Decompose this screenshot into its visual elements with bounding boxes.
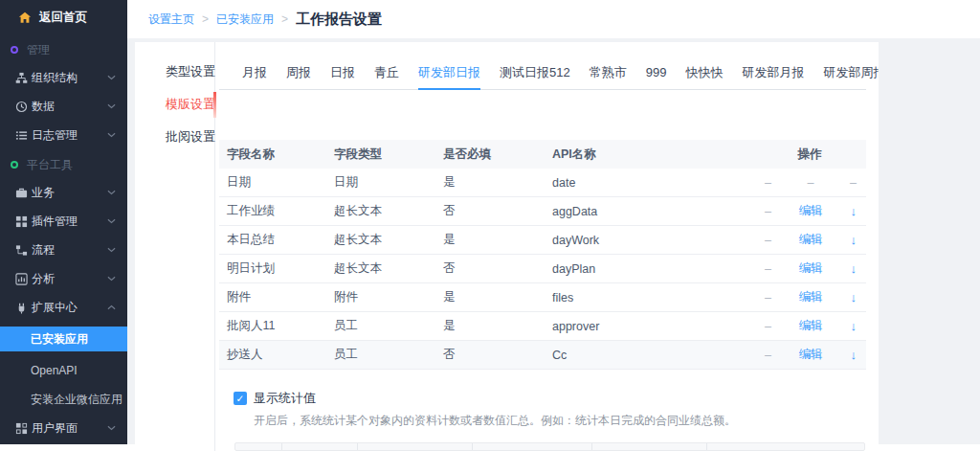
tab-kuaikuaikuai[interactable]: 快快快 (685, 57, 723, 90)
tab-monthly-report[interactable]: 月报 (242, 57, 267, 90)
cell-actions: – 编辑 ↓ (753, 232, 866, 248)
table-row: 抄送人 员工 否 Cc – 编辑 ↓ (219, 341, 866, 370)
move-down-icon[interactable]: ↓ (850, 290, 857, 304)
sidebar-home-label: 返回首页 (39, 10, 87, 26)
cell-field-name: 明日计划 (219, 260, 334, 277)
edit-button[interactable]: 编辑 (799, 318, 823, 334)
cell-field-type: 员工 (334, 318, 443, 334)
topbar: 设置主页 > 已安装应用 > 工作报告设置 (127, 0, 980, 38)
sidebar-item-label: 用户界面 (32, 420, 78, 437)
sidebar-item-org-structure[interactable]: 组织结构 (0, 63, 127, 92)
cell-field-name: 附件 (219, 289, 334, 305)
edit-button[interactable]: 编辑 (799, 232, 823, 248)
tab-rnd-daily-report[interactable]: 研发部日报 (418, 57, 480, 90)
table-row: 批阅人11 员工 是 approver – 编辑 ↓ (219, 312, 866, 341)
sidebar-subitem-openapi[interactable]: OpenAPI (0, 356, 127, 385)
sidebar-subitem-installed-apps[interactable]: 已安装应用 (0, 327, 127, 351)
sidebar-item-process[interactable]: 流程 (0, 236, 127, 264)
analysis-chart-icon (14, 272, 28, 285)
fields-table: 字段名称 字段类型 是否必填 API名称 操作 日期 日期 是 date – –… (219, 140, 866, 370)
breadcrumb-link-installed-apps[interactable]: 已安装应用 (216, 11, 274, 28)
edit-button[interactable]: 编辑 (799, 289, 823, 305)
cell-required: 否 (443, 260, 552, 277)
move-down-icon[interactable]: ↓ (850, 348, 857, 362)
menu-item-review-settings[interactable]: 批阅设置 (135, 121, 214, 153)
edit-button[interactable]: 编辑 (799, 260, 823, 277)
action-dash: – (765, 262, 771, 276)
action-dash: – (765, 349, 771, 362)
cell-actions: – 编辑 ↓ (753, 260, 866, 277)
statistics-section: ✓ 显示统计值 开启后，系统统计某个对象内的资料计数或者数值汇总。例如：统计本日… (219, 390, 866, 429)
template-settings-panel: 月报 周报 日报 青丘 研发部日报 测试日报512 常熟市 999 快快快 研发… (215, 42, 879, 451)
table-row: 明日计划 超长文本 否 dayPlan – 编辑 ↓ (219, 255, 866, 283)
sidebar-item-home[interactable]: 返回首页 (0, 0, 127, 34)
sidebar-item-log-management[interactable]: 日志管理 (0, 121, 127, 149)
cell-actions: – 编辑 ↓ (753, 289, 866, 305)
ring-green-icon (11, 161, 18, 169)
log-list-icon (14, 128, 28, 142)
cell-actions: – 编辑 ↓ (753, 318, 866, 334)
action-dash: – (765, 320, 771, 333)
move-down-icon[interactable]: ↓ (850, 233, 857, 247)
sidebar-item-label: 分析 (32, 271, 55, 287)
tab-test-daily-512[interactable]: 测试日报512 (500, 57, 570, 90)
sidebar-item-label: 扩展中心 (32, 300, 78, 316)
sidebar-item-analysis[interactable]: 分析 (0, 264, 127, 293)
chevron-down-icon (107, 247, 116, 253)
sidebar-group-admin: 管理 (0, 36, 127, 63)
tab-rnd-monthly-report[interactable]: 研发部月报 (742, 57, 804, 90)
edit-button[interactable]: 编辑 (799, 347, 823, 363)
table-row: 工作业绩 超长文本 否 aggData – 编辑 ↓ (219, 197, 866, 226)
edit-button[interactable]: 编辑 (799, 203, 823, 219)
sidebar: 返回首页 管理 组织结构 数据 日志管理 (0, 0, 127, 444)
move-down-icon[interactable]: ↓ (850, 261, 857, 276)
sidebar-item-plugin-management[interactable]: 插件管理 (0, 207, 127, 236)
move-down-icon[interactable]: ↓ (850, 204, 857, 218)
show-statistics-checkbox[interactable]: ✓ (234, 392, 247, 405)
cell-api-name: aggData (552, 205, 753, 218)
tab-weekly-report[interactable]: 周报 (286, 57, 311, 90)
data-clock-icon (14, 100, 28, 113)
settings-card: 类型设置 模版设置 批阅设置 月报 周报 日报 青丘 研发部日报 测试日报512… (135, 42, 879, 451)
breadcrumb-link-settings-home[interactable]: 设置主页 (148, 11, 194, 28)
tab-999[interactable]: 999 (646, 57, 667, 90)
cell-field-name: 本日总结 (219, 232, 334, 248)
cell-field-name: 工作业绩 (219, 203, 334, 219)
sidebar-item-business[interactable]: 业务 (0, 178, 127, 207)
chevron-down-icon (107, 103, 116, 109)
tab-rnd-weekly-report[interactable]: 研发部周报 (823, 57, 879, 90)
cell-field-type: 附件 (334, 289, 443, 305)
sidebar-item-data[interactable]: 数据 (0, 92, 127, 121)
table-header: 字段名称 字段类型 是否必填 API名称 操作 (219, 140, 866, 169)
sidebar-item-user-interface[interactable]: 用户界面 (0, 414, 127, 442)
sidebar-item-label: 业务 (32, 185, 55, 201)
table-row: 日期 日期 是 date – – – (219, 169, 866, 197)
chevron-up-icon (107, 304, 116, 310)
move-down-icon[interactable]: ↓ (850, 319, 857, 333)
sidebar-item-extension-center[interactable]: 扩展中心 (0, 293, 127, 322)
menu-item-template-settings[interactable]: 模版设置 (135, 88, 214, 121)
col-header-actions: 操作 (753, 147, 866, 163)
home-icon (18, 11, 32, 24)
col-header-field-name: 字段名称 (219, 147, 334, 163)
sidebar-group-label: 管理 (27, 42, 50, 58)
tab-qingqiu[interactable]: 青丘 (374, 57, 399, 90)
breadcrumb-separator: > (281, 12, 288, 26)
sidebar-item-label: 组织结构 (32, 70, 78, 86)
table-row: 本日总结 超长文本 是 dayWork – 编辑 ↓ (219, 226, 866, 255)
sidebar-subitem-label: 已安装应用 (31, 331, 88, 348)
cell-required: 否 (443, 203, 552, 219)
extension-plug-icon (14, 301, 28, 314)
cell-required: 是 (443, 232, 552, 248)
ring-purple-icon (11, 46, 18, 54)
menu-item-type-settings[interactable]: 类型设置 (135, 56, 214, 88)
show-statistics-label: 显示统计值 (254, 390, 316, 407)
cell-field-type: 超长文本 (334, 232, 443, 248)
statistics-description: 开启后，系统统计某个对象内的资料计数或者数值汇总。例如：统计本日完成的合同业绩总… (254, 413, 866, 429)
sidebar-group-label: 平台工具 (27, 157, 73, 173)
sidebar-subitem-install-wecom-app[interactable]: 安装企业微信应用 (0, 385, 127, 414)
tab-changshu[interactable]: 常熟市 (590, 57, 627, 90)
tab-daily-report[interactable]: 日报 (330, 57, 355, 90)
col-header-field-type: 字段类型 (334, 147, 443, 163)
cell-required: 是 (443, 318, 552, 334)
